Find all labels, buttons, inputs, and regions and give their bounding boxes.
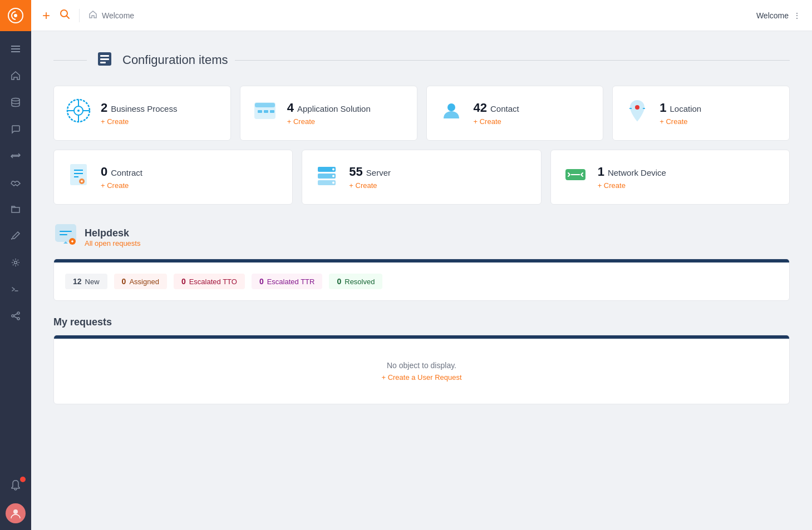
svg-rect-28 [258, 110, 262, 113]
svg-point-43 [332, 169, 334, 171]
network-device-name: Network Device [608, 168, 666, 177]
application-solution-icon [252, 97, 278, 129]
config-card-network-device[interactable]: 1 Network Device + Create [550, 150, 790, 205]
add-button[interactable]: + [42, 8, 50, 23]
helpdesk-text: Helpdesk All open requests [85, 227, 140, 247]
sidebar-item-handshake[interactable] [0, 169, 31, 196]
network-device-info: 1 Network Device + Create [598, 165, 666, 190]
welcome-label: Welcome [756, 11, 789, 20]
location-name: Location [670, 104, 702, 113]
sidebar-item-share[interactable] [0, 303, 31, 329]
home-icon [88, 10, 97, 21]
config-card-contract[interactable]: 0 Contract + Create [53, 150, 293, 205]
server-count-name: 55 Server [349, 165, 391, 179]
network-device-create[interactable]: + Create [598, 181, 666, 190]
main-content: + Welcome Welcome ⋮ [31, 0, 812, 530]
badge-escalated-ttr-count: 0 [259, 277, 264, 286]
contract-create[interactable]: + Create [101, 181, 142, 190]
badge-resolved-count: 0 [337, 277, 341, 286]
badge-resolved[interactable]: 0 Resolved [329, 274, 382, 289]
helpdesk-icon-wrapper [53, 222, 78, 252]
topbar-separator [79, 9, 80, 22]
sidebar-bottom [0, 472, 31, 530]
topbar-right: Welcome ⋮ [756, 11, 801, 20]
sidebar-item-transfer[interactable] [0, 142, 31, 169]
sidebar-item-gear[interactable] [0, 249, 31, 276]
svg-point-12 [13, 509, 18, 514]
server-icon [313, 161, 340, 193]
svg-point-32 [635, 105, 639, 110]
badge-new[interactable]: 12 New [65, 274, 107, 289]
svg-line-14 [67, 16, 69, 18]
svg-rect-16 [100, 55, 109, 57]
contact-count-name: 42 Contact [474, 101, 519, 115]
badge-escalated-ttr[interactable]: 0 Escalated TTR [252, 274, 323, 289]
config-section-header: Configuration items [53, 48, 790, 72]
sidebar-item-tools[interactable] [0, 222, 31, 249]
config-card-server[interactable]: 55 Server + Create [302, 150, 541, 205]
sidebar [0, 0, 31, 530]
notification-bell[interactable] [0, 472, 31, 499]
badge-assigned-label: Assigned [129, 278, 159, 286]
svg-point-5 [12, 98, 19, 101]
sidebar-item-home[interactable] [0, 62, 31, 89]
badge-escalated-tto-count: 0 [181, 277, 186, 286]
contract-count: 0 [101, 165, 107, 179]
config-section-icon [93, 48, 116, 72]
server-create[interactable]: + Create [349, 181, 391, 190]
config-card-location[interactable]: 1 Location + Create [612, 86, 790, 141]
no-object-message: No object to display. [76, 361, 767, 370]
location-count-name: 1 Location [660, 101, 701, 115]
badge-escalated-ttr-label: Escalated TTR [267, 278, 315, 286]
sidebar-item-folder[interactable] [0, 196, 31, 222]
badge-escalated-tto-label: Escalated TTO [189, 278, 237, 286]
sidebar-item-menu[interactable] [0, 36, 31, 62]
server-count: 55 [349, 165, 362, 179]
sidebar-item-chat[interactable] [0, 116, 31, 142]
svg-rect-30 [270, 110, 274, 113]
contact-create[interactable]: + Create [474, 117, 519, 126]
app-logo[interactable] [0, 0, 31, 31]
location-info: 1 Location + Create [660, 101, 701, 126]
config-section-title: Configuration items [122, 53, 228, 67]
user-avatar[interactable] [6, 503, 26, 523]
badge-assigned[interactable]: 0 Assigned [114, 274, 167, 289]
sidebar-item-terminal[interactable] [0, 276, 31, 303]
helpdesk-subtitle[interactable]: All open requests [85, 239, 140, 247]
svg-point-44 [332, 175, 334, 177]
location-create[interactable]: + Create [660, 117, 701, 126]
badge-new-label: New [85, 278, 100, 286]
section-divider-left [53, 60, 87, 61]
breadcrumb-label: Welcome [102, 11, 134, 20]
svg-rect-27 [255, 103, 275, 107]
contact-count: 42 [474, 101, 487, 115]
business-process-count-name: 2 Business Process [101, 101, 177, 115]
config-card-contact[interactable]: 42 Contact + Create [426, 86, 604, 141]
create-user-request[interactable]: + Create a User Request [76, 373, 767, 382]
contract-name: Contract [111, 168, 142, 177]
config-grid-row1: 2 Business Process + Create [53, 86, 790, 141]
bell-badge [20, 477, 26, 482]
topbar-menu-icon[interactable]: ⋮ [793, 11, 801, 20]
helpdesk-title: Helpdesk [85, 227, 140, 239]
badge-escalated-tto[interactable]: 0 Escalated TTO [174, 274, 245, 289]
svg-rect-29 [264, 110, 268, 113]
svg-point-1 [14, 14, 17, 17]
my-requests-panel: No object to display. + Create a User Re… [53, 335, 790, 404]
business-process-create[interactable]: + Create [101, 117, 177, 126]
contract-icon [65, 161, 92, 193]
network-device-count: 1 [598, 165, 604, 179]
badge-new-count: 12 [73, 277, 82, 286]
svg-point-8 [12, 315, 14, 317]
status-badges: 12 New 0 Assigned 0 Escalated TTO 0 Esca… [65, 274, 778, 289]
business-process-name: Business Process [111, 104, 177, 113]
network-device-count-name: 1 Network Device [598, 165, 666, 179]
topbar: + Welcome Welcome ⋮ [31, 0, 812, 31]
server-info: 55 Server + Create [349, 165, 391, 190]
config-card-application-solution[interactable]: 4 Application Solution + Create [240, 86, 417, 141]
config-grid-row2: 0 Contract + Create [53, 150, 790, 205]
config-card-business-process[interactable]: 2 Business Process + Create [53, 86, 231, 141]
search-button[interactable] [59, 8, 70, 22]
application-solution-create[interactable]: + Create [287, 117, 371, 126]
sidebar-item-database[interactable] [0, 89, 31, 116]
